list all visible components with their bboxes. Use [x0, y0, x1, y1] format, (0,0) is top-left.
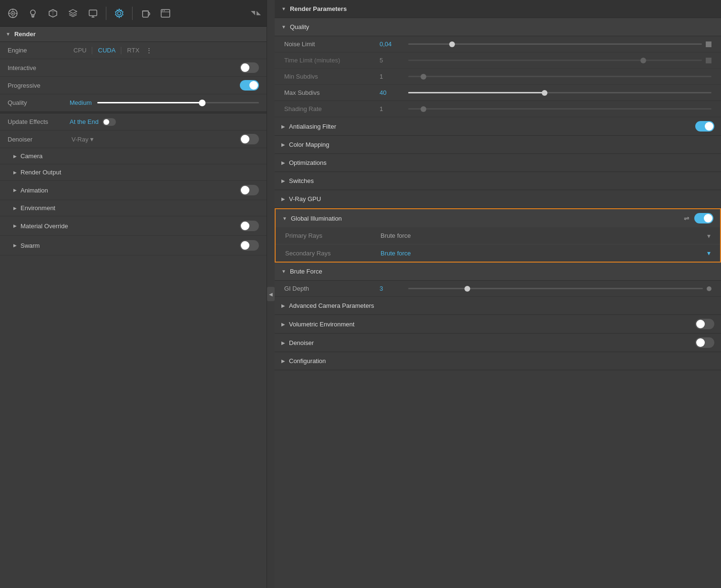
max-subdivs-thumb[interactable] [542, 90, 547, 96]
time-limit-thumb[interactable] [640, 58, 646, 63]
antialiasing-section[interactable]: ▶ Antialiasing Filter [275, 117, 721, 136]
switches-section[interactable]: ▶ Switches [275, 172, 721, 190]
quality-slider[interactable] [97, 102, 259, 103]
render-output-section[interactable]: ▶ Render Output [0, 164, 267, 181]
progressive-row: Progressive [0, 77, 267, 94]
noise-limit-thumb[interactable] [449, 41, 455, 47]
shading-rate-label: Shading Rate [284, 105, 380, 112]
engine-menu[interactable]: ⋮ [146, 47, 152, 54]
update-effects-toggle[interactable] [103, 118, 116, 126]
animation-section[interactable]: ▶ Animation [0, 181, 267, 200]
quality-slider-thumb[interactable] [199, 100, 206, 106]
configuration-section[interactable]: ▶ Configuration [275, 352, 721, 370]
screen-icon[interactable] [84, 4, 102, 22]
min-subdivs-value: 1 [380, 73, 408, 80]
panel-collapse-button[interactable]: ◀ [267, 287, 275, 301]
render-section-header[interactable]: ▼ Render [0, 27, 267, 42]
denoiser-right-toggle[interactable] [695, 337, 714, 348]
gi-depth-thumb[interactable] [464, 286, 470, 292]
primary-rays-dropdown[interactable]: ▾ [707, 232, 711, 240]
animation-triangle: ▶ [13, 188, 17, 193]
update-effects-row: Update Effects At the End [0, 113, 267, 131]
svg-point-7 [31, 10, 35, 15]
noise-limit-end [706, 41, 711, 47]
brute-force-label: Brute Force [290, 268, 322, 275]
layers-icon[interactable] [64, 4, 82, 22]
swarm-section[interactable]: ▶ Swarm [0, 236, 267, 255]
noise-limit-label: Noise Limit [284, 41, 380, 48]
quality-row: Quality Medium [0, 94, 267, 112]
gi-header[interactable]: ▼ Global Illumination ⇌ [275, 208, 721, 227]
denoiser-dropdown-arrow[interactable]: ▾ [90, 135, 93, 143]
time-limit-slider[interactable] [408, 58, 711, 63]
gi-depth-slider[interactable] [408, 286, 711, 291]
advanced-camera-section[interactable]: ▶ Advanced Camera Parameters [275, 297, 721, 315]
volumetric-triangle: ▶ [281, 322, 285, 327]
quality-label: Quality [8, 99, 70, 106]
shading-rate-thumb[interactable] [421, 106, 426, 112]
noise-limit-track [408, 43, 702, 45]
swarm-toggle[interactable] [240, 240, 259, 251]
svg-point-2 [12, 12, 14, 14]
volumetric-toggle[interactable] [695, 319, 714, 329]
denoiser-right-triangle: ▶ [281, 340, 285, 345]
animation-toggle[interactable] [240, 185, 259, 195]
gi-depth-value: 3 [380, 285, 408, 292]
quality-value: Medium [70, 99, 92, 106]
configuration-triangle: ▶ [281, 358, 285, 364]
gi-settings-icon[interactable]: ⇌ [684, 214, 690, 222]
secondary-rays-dropdown[interactable]: ▾ [707, 249, 711, 257]
environment-section[interactable]: ▶ Environment [0, 200, 267, 216]
configuration-label: Configuration [289, 357, 326, 365]
mug-icon[interactable] [136, 4, 154, 22]
engine-cuda[interactable]: CUDA [94, 46, 120, 55]
time-limit-track [408, 60, 702, 61]
light-icon[interactable] [24, 4, 42, 22]
render-parameters-header: ▼ Render Parameters [275, 0, 721, 18]
swarm-label: Swarm [21, 242, 40, 249]
color-mapping-section[interactable]: ▶ Color Mapping [275, 136, 721, 154]
max-subdivs-row: Max Subdivs 40 [275, 85, 721, 101]
denoiser-right-section[interactable]: ▶ Denoiser [275, 334, 721, 352]
time-limit-end [706, 58, 711, 63]
camera-section[interactable]: ▶ Camera [0, 148, 267, 164]
interactive-row: Interactive [0, 59, 267, 77]
material-override-toggle[interactable] [240, 221, 259, 231]
volumetric-label: Volumetric Environment [289, 321, 354, 328]
camera-triangle: ▶ [13, 154, 17, 159]
antialiasing-toggle[interactable] [695, 121, 714, 132]
interactive-toggle[interactable] [240, 62, 259, 73]
noise-limit-slider[interactable] [408, 41, 711, 47]
volumetric-section[interactable]: ▶ Volumetric Environment [275, 315, 721, 334]
denoiser-toggle[interactable] [240, 134, 259, 144]
svg-point-14 [118, 11, 121, 15]
render-params-triangle: ▼ [281, 6, 286, 11]
target-icon[interactable] [4, 4, 22, 22]
vray-gpu-section[interactable]: ▶ V-Ray GPU [275, 190, 721, 208]
cube-icon[interactable] [44, 4, 62, 22]
material-override-label: Material Override [21, 223, 68, 230]
engine-rtx[interactable]: RTX [124, 46, 144, 55]
material-override-triangle: ▶ [13, 223, 17, 228]
min-subdivs-thumb[interactable] [421, 74, 426, 80]
svg-point-19 [164, 10, 165, 11]
gi-label: Global Illumination [291, 215, 342, 222]
max-subdivs-track [408, 92, 711, 93]
quality-section-header[interactable]: ▼ Quality [275, 18, 721, 36]
window-icon[interactable] [156, 4, 175, 22]
engine-cpu[interactable]: CPU [70, 46, 90, 55]
shading-rate-slider[interactable] [408, 108, 711, 110]
progressive-toggle[interactable] [240, 80, 259, 91]
gi-toggle[interactable] [694, 213, 713, 223]
material-override-section[interactable]: ▶ Material Override [0, 216, 267, 236]
optimizations-section[interactable]: ▶ Optimizations [275, 154, 721, 172]
gear-icon[interactable] [110, 4, 128, 22]
update-effects-value: At the End [70, 118, 99, 125]
max-subdivs-slider[interactable] [408, 92, 711, 93]
quality-section-triangle: ▼ [281, 24, 286, 30]
gi-depth-row: GI Depth 3 [275, 281, 721, 297]
min-subdivs-slider[interactable] [408, 76, 711, 77]
switches-label: Switches [289, 177, 314, 184]
brute-force-section[interactable]: ▼ Brute Force [275, 263, 721, 281]
left-panel: ▼ Render Engine CPU │ CUDA │ RTX ⋮ Inter… [0, 0, 267, 588]
